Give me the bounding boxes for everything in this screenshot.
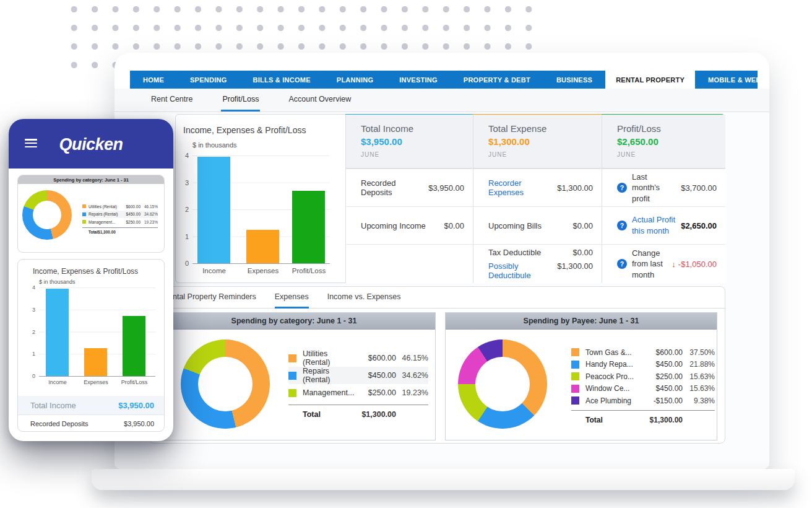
last-month-profit-label: Last month's profit [632,172,676,204]
legend-swatch [288,389,296,397]
possibly-deductibule-link[interactable]: Possibly Deductibule [488,261,557,280]
total-income-title: Total Income [361,123,413,134]
change-last-month-value: ↓-$1,050.00 [672,260,717,269]
legend-row[interactable]: Management... $250.00 19.23% [288,384,428,401]
legend-total-row: Total $1,300.00 [82,227,158,234]
total-expense-title: Total Expense [488,123,546,134]
tax-deductible-value: $0.00 [572,248,593,257]
recorded-deposits-label: Recorded Deposits [361,178,428,197]
legend-row[interactable]: Repairs (Rental) $450.00 34.62% [288,367,428,384]
nav-item-planning[interactable]: PLANNING [324,71,386,89]
legend-row[interactable]: Handy Repa... $450.00 21.88% [571,359,715,371]
recorder-expenses-value: $1,300.00 [557,183,593,193]
desktop-app-window: HOME SPENDING BILLS & INCOME PLANNING IN… [114,53,769,469]
phone-category-legend: Utilities (Rental) $600.00 46.15% Repair… [82,203,158,234]
xlabel-expenses: Expenses [248,267,279,274]
bar-income [46,289,69,376]
phone-total-income-label: Total Income [30,401,76,410]
legend-swatch [571,348,579,356]
xlabel-profit-loss: Profit/Loss [292,267,326,274]
legend-row[interactable]: Peacock Pro... $250.00 15.63% [571,370,715,383]
expenses-tabs: Rental Property Reminders Expenses Incom… [150,287,725,309]
tab-account-overview[interactable]: Account Overview [287,89,352,112]
legend-swatch [571,361,579,369]
bar-chart: 4 3 2 1 0 [192,155,330,264]
laptop-base [92,469,795,490]
phone-spending-card: Spending by category: June 1 - 31 Utilit… [17,175,165,253]
possibly-deductibule-value: $1,300.00 [557,261,593,280]
tab-rent-centre[interactable]: Rent Centre [150,89,194,112]
upcoming-income-label: Upcoming Income [361,221,426,230]
nav-item-home[interactable]: HOME [130,71,177,89]
change-last-month-label: Change from last month [632,248,667,281]
last-month-profit-row: ? Last month's profit $3,700.00 [602,169,725,206]
bar-income [197,157,230,263]
total-income-card: Total Income $3,950.00 JUNE [345,115,473,169]
spending-by-category-header: Spending by category: June 1 - 31 [153,313,435,330]
ytick-1: 1 [178,233,189,240]
legend-row[interactable]: Ace Plumbing -$150.00 9.38% [571,395,715,407]
recorded-deposits-value: $3,950.00 [428,183,464,193]
tax-deductible-label: Tax Deductible [488,248,541,257]
donut-hole [33,201,61,229]
upcoming-income-value: $0.00 [444,221,464,230]
total-income-value: $3,950.00 [361,136,402,147]
tax-deductible-row: Tax Deductible $0.00 Possibly Deductibul… [473,244,602,283]
spending-by-payee-header: Spending by Payee: June 1 - 31 [446,313,717,330]
legend-row[interactable]: Utilities (Rental) $600.00 46.15% [288,349,428,367]
category-donut-chart[interactable] [181,339,270,429]
down-arrow-icon: ↓ [672,260,676,269]
legend-row[interactable]: Utilities (Rental) $600.00 46.15% [82,203,158,211]
tab-income-vs-expenses[interactable]: Income vs. Expenses [327,287,401,309]
nav-item-bills-income[interactable]: BILLS & INCOME [240,71,323,89]
profit-loss-period: JUNE [617,151,636,158]
legend-swatch [288,372,296,380]
bar-chart-xlabels: Income Expenses Profit/Loss [192,267,330,277]
legend-row[interactable]: Repairs (Rental) $450.00 34.62% [82,211,158,219]
nav-item-investing[interactable]: INVESTING [386,71,451,89]
spending-by-category-panel: Spending by category: June 1 - 31 Utilit… [152,312,436,440]
expenses-panel: Rental Property Reminders Expenses Incom… [149,286,725,444]
tab-rental-property-reminders[interactable]: Rental Property Reminders [163,287,256,309]
nav-item-property-debt[interactable]: PROPERTY & DEBT [451,71,543,89]
bar-profit-loss [292,191,325,263]
legend-total-row: Total $1,300.00 [571,410,715,424]
nav-item-spending[interactable]: SPENDING [177,71,240,89]
phone-category-donut[interactable] [22,190,72,240]
help-icon[interactable]: ? [617,221,627,230]
total-expense-value: $1,300.00 [488,136,530,147]
profit-loss-panel: Income, Expenses & Profit/Loss $ in thou… [175,114,725,283]
total-expense-period: JUNE [488,151,507,158]
tab-profit-loss[interactable]: Profit/Loss [221,89,260,112]
legend-swatch [571,372,579,380]
legend-swatch [571,396,579,405]
payee-legend: Town Gas &... $600.00 37.50% Handy Repa.… [571,346,715,424]
recorder-expenses-link[interactable]: Recorder Expenses [488,178,557,197]
legend-row[interactable]: Management... $250.00 19.23% [82,218,158,226]
nav-item-mobile-web[interactable]: MOBILE & WEB [695,71,774,89]
payee-donut-chart[interactable] [458,339,547,429]
legend-swatch [82,212,86,216]
actual-profit-link[interactable]: Actual Profit this month [632,214,676,236]
phone-bar-chart-xlabels: Income Expenses Profit/Loss [39,379,155,387]
quicken-logo: Quicken [9,135,173,154]
legend-swatch [82,204,86,208]
phone-header: Quicken [9,119,173,169]
legend-row[interactable]: Town Gas &... $600.00 37.50% [571,346,715,359]
upcoming-bills-label: Upcoming Bills [488,221,542,230]
phone-overlay: Quicken Spending by category: June 1 - 3… [9,119,173,441]
phone-bar-chart-title: Income, Expenses & Profit/Loss [33,267,138,276]
legend-swatch [571,385,579,393]
ytick-3: 3 [178,179,189,186]
nav-item-business[interactable]: BUSINESS [543,71,605,89]
tab-expenses[interactable]: Expenses [275,287,309,309]
sub-nav: Rent Centre Profit/Loss Account Overview [114,89,769,112]
change-last-month-row: ? Change from last month ↓-$1,050.00 [602,244,725,283]
ytick-0: 0 [178,260,189,267]
help-icon[interactable]: ? [617,183,627,193]
nav-item-rental-property[interactable]: RENTAL PROPERTY [605,71,695,89]
profit-loss-card: Profit/Loss $2,650.00 JUNE [602,115,725,169]
help-icon[interactable]: ? [617,259,627,269]
bar-chart-title: Income, Expenses & Profit/Loss [183,125,306,135]
legend-row[interactable]: Window Ce... $450.00 15.63% [571,383,715,395]
